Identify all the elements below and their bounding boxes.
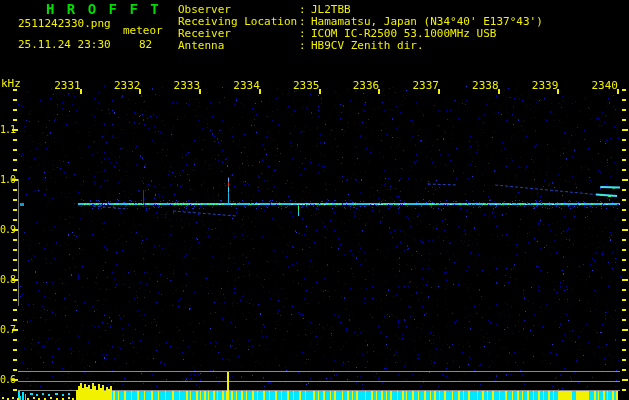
y-tick-major: [12, 379, 18, 381]
x-tick: [80, 89, 82, 94]
y-tick-minor: [622, 119, 626, 121]
x-tick-label: 2335: [292, 80, 320, 92]
y-tick-minor: [13, 389, 17, 391]
y-tick-major: [622, 229, 628, 231]
y-tick-major: [12, 329, 18, 331]
y-tick-minor: [622, 219, 626, 221]
y-tick-minor: [13, 189, 17, 191]
y-tick-major: [622, 379, 628, 381]
x-tick-label: 2334: [232, 80, 260, 92]
echo-count: 82: [139, 39, 152, 51]
mode-label: meteor: [123, 25, 163, 37]
y-tick-minor: [13, 349, 17, 351]
x-tick-label: 2336: [351, 80, 379, 92]
x-tick: [378, 89, 380, 94]
spectrogram-canvas: [0, 0, 629, 400]
y-tick-major: [12, 279, 18, 281]
y-tick-minor: [13, 169, 17, 171]
capture-datetime: 25.11.24 23:30: [18, 39, 111, 51]
station-info-label: Antenna: [178, 40, 299, 52]
x-tick: [259, 89, 261, 94]
y-tick-minor: [622, 99, 626, 101]
y-tick-minor: [13, 159, 17, 161]
hrofft-window: H R O F F T 2511242330.png meteor 25.11.…: [0, 0, 629, 400]
y-tick-minor: [622, 139, 626, 141]
y-tick-minor: [622, 249, 626, 251]
y-tick-minor: [13, 109, 17, 111]
y-tick-minor: [13, 149, 17, 151]
x-tick-label: 2331: [53, 80, 81, 92]
y-tick-minor: [13, 339, 17, 341]
y-tick-minor: [13, 269, 17, 271]
capture-filename: 2511242330.png: [18, 18, 111, 30]
y-tick-minor: [622, 389, 626, 391]
y-tick-minor: [622, 299, 626, 301]
y-tick-minor: [13, 369, 17, 371]
y-tick-minor: [622, 159, 626, 161]
y-tick-minor: [622, 169, 626, 171]
x-tick-label: 2340: [590, 80, 618, 92]
x-tick-label: 2338: [471, 80, 499, 92]
y-tick-minor: [622, 149, 626, 151]
y-tick-minor: [622, 339, 626, 341]
y-tick-minor: [622, 369, 626, 371]
app-title: H R O F F T: [46, 2, 161, 17]
y-tick-minor: [622, 189, 626, 191]
y-tick-minor: [13, 309, 17, 311]
y-tick-minor: [13, 209, 17, 211]
x-tick: [617, 89, 619, 94]
y-tick-minor: [622, 199, 626, 201]
x-tick-label: 2332: [112, 80, 140, 92]
station-info-value: HB9CV Zenith dir.: [311, 40, 424, 52]
y-tick-minor: [13, 99, 17, 101]
x-tick: [498, 89, 500, 94]
x-tick: [319, 89, 321, 94]
y-tick-minor: [622, 319, 626, 321]
y-tick-minor: [622, 259, 626, 261]
y-tick-minor: [13, 299, 17, 301]
y-tick-minor: [13, 359, 17, 361]
y-tick-minor: [622, 269, 626, 271]
y-tick-minor: [622, 239, 626, 241]
y-tick-minor: [622, 89, 626, 91]
station-info-row: Antenna:HB9CV Zenith dir.: [178, 40, 543, 52]
station-info: Observer:JL2TBBReceiving Location:Hamama…: [178, 4, 543, 52]
y-tick-minor: [13, 239, 17, 241]
x-tick: [139, 89, 141, 94]
y-axis-unit: kHz: [1, 78, 21, 90]
y-tick-minor: [622, 359, 626, 361]
y-tick-minor: [13, 219, 17, 221]
y-tick-minor: [13, 259, 17, 261]
y-tick-major: [12, 179, 18, 181]
y-tick-minor: [622, 309, 626, 311]
x-tick: [438, 89, 440, 94]
y-tick-minor: [13, 199, 17, 201]
y-tick-minor: [13, 319, 17, 321]
y-tick-minor: [13, 249, 17, 251]
y-tick-minor: [622, 349, 626, 351]
y-tick-major: [622, 329, 628, 331]
y-tick-minor: [13, 289, 17, 291]
y-tick-major: [622, 129, 628, 131]
y-tick-minor: [13, 139, 17, 141]
y-tick-major: [12, 229, 18, 231]
y-tick-major: [12, 129, 18, 131]
x-tick-label: 2337: [411, 80, 439, 92]
y-tick-minor: [13, 89, 17, 91]
x-tick-label: 2339: [530, 80, 558, 92]
station-info-colon: :: [299, 40, 307, 52]
y-tick-minor: [622, 289, 626, 291]
y-tick-minor: [13, 119, 17, 121]
x-tick-label: 2333: [172, 80, 200, 92]
y-tick-major: [622, 179, 628, 181]
x-tick: [557, 89, 559, 94]
y-tick-major: [622, 279, 628, 281]
y-tick-minor: [622, 109, 626, 111]
y-tick-minor: [622, 209, 626, 211]
x-tick: [199, 89, 201, 94]
